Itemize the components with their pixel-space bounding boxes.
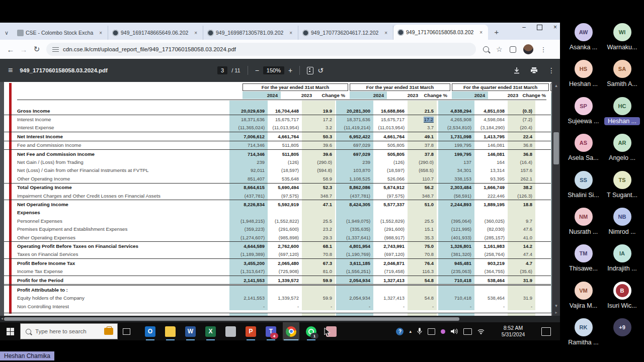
table-cell: (719,458) — [373, 267, 408, 275]
browser-menu-icon[interactable]: ⋮ — [540, 46, 547, 53]
tab-close-icon[interactable]: × — [193, 30, 199, 36]
teams-taskbar-button[interactable]: T4 — [263, 322, 279, 340]
participant-tile[interactable]: HCHeshan ... — [603, 97, 641, 134]
file-explorer-taskbar-button[interactable] — [162, 322, 179, 340]
new-tab-button[interactable]: + — [490, 25, 503, 38]
participant-tile[interactable]: SASamith A... — [603, 60, 641, 97]
scroll-corner: ▸ — [552, 309, 560, 316]
help-tray-icon[interactable]: ? — [396, 328, 404, 335]
browser-tab[interactable]: CSE - Colombo Stock Excha× — [13, 26, 108, 40]
tray-expand-icon[interactable]: ▴ — [409, 329, 412, 334]
participant-tile[interactable]: BIsuri Wic... — [603, 282, 641, 318]
tab-search-icon[interactable]: ∨ — [0, 26, 13, 40]
pdf-menu-icon[interactable]: ≡ — [8, 66, 13, 75]
participant-tile[interactable]: HSHeshan ... — [564, 60, 603, 97]
page-number-input[interactable]: 3 — [217, 66, 227, 74]
table-cell — [373, 286, 408, 294]
row-label: Equity holders of the Company — [4, 295, 229, 301]
participant-tile[interactable]: RKRamitha ... — [564, 318, 603, 355]
participant-tile[interactable]: ASAsela Sa... — [564, 134, 603, 170]
battery-icon[interactable] — [463, 328, 472, 335]
print-icon[interactable] — [530, 67, 538, 74]
tab-close-icon[interactable]: × — [478, 29, 484, 36]
table-row: Personnel Expenses(1,948,215)(1,552,822)… — [4, 217, 551, 225]
pdf-more-icon[interactable]: ⋮ — [548, 66, 555, 74]
powerpoint-taskbar-button[interactable]: P — [243, 322, 259, 340]
rotate-button[interactable]: ↺ — [317, 66, 324, 74]
participant-tile[interactable]: NMNusrath ... — [564, 208, 603, 244]
table-cell: (11,013,954) — [373, 124, 408, 132]
table-cell: 8,226,834 — [229, 200, 268, 208]
vertical-scroll-thumb[interactable] — [553, 132, 559, 164]
participant-tile[interactable]: +9 — [603, 318, 641, 355]
whatsapp-taskbar-button[interactable]: 1 — [303, 322, 319, 340]
table-cell: 4.7 — [508, 259, 535, 267]
participant-tile[interactable]: VMVajira M... — [564, 282, 603, 318]
participant-avatar: VM — [575, 282, 593, 300]
profile-avatar[interactable] — [523, 44, 533, 54]
tab-close-icon[interactable]: × — [98, 30, 104, 36]
app-grey-taskbar-button[interactable] — [222, 322, 239, 340]
participant-tile[interactable]: TMThisawe... — [564, 244, 603, 281]
browser-tab[interactable]: 949_1699871305781.09.202× — [203, 26, 298, 40]
outlook-taskbar-button[interactable]: O — [142, 322, 158, 340]
horizontal-scrollbar[interactable]: ◂ — [0, 316, 560, 322]
participant-tile[interactable]: TST Sugant... — [603, 171, 641, 208]
table-cell — [302, 286, 335, 294]
start-button[interactable] — [0, 322, 20, 340]
display-tray-icon[interactable] — [428, 328, 435, 335]
participant-tile[interactable]: NBNimrod ... — [603, 208, 641, 244]
site-info-icon[interactable] — [52, 47, 59, 52]
word-taskbar-button[interactable]: W — [182, 322, 199, 340]
browser-tab[interactable]: 949_1717060158058.03.202× — [393, 25, 488, 40]
table-cell — [438, 286, 474, 294]
col-header: 2024 — [452, 92, 488, 99]
volume-icon[interactable] — [451, 328, 458, 334]
browser-tab[interactable]: 949_1691748665649.06.202× — [108, 26, 203, 40]
participant-avatar: SA — [613, 60, 631, 78]
participant-tile[interactable]: SSShalini Si... — [564, 171, 603, 208]
app-tray-icon[interactable] — [441, 329, 445, 334]
forward-button[interactable]: → — [17, 45, 30, 54]
extensions-icon[interactable] — [510, 46, 516, 53]
close-window-button[interactable]: × — [553, 24, 557, 31]
download-icon[interactable] — [513, 67, 520, 74]
microphone-icon[interactable] — [417, 328, 422, 335]
task-view-button[interactable] — [118, 322, 135, 340]
reload-button[interactable]: ↻ — [30, 45, 43, 54]
tab-title: 949_1691748665649.06.202 — [121, 30, 190, 36]
participant-tile[interactable]: IAIndrajith ... — [603, 244, 641, 281]
participant-tile[interactable]: SPSujeewa ... — [564, 97, 603, 134]
tab-close-icon[interactable]: × — [383, 30, 389, 36]
chrome-taskbar-button[interactable] — [283, 322, 299, 340]
action-center-icon[interactable] — [541, 327, 551, 336]
row-label: Other Operating Income — [4, 176, 229, 182]
taskbar-search-input[interactable]: Type here to search — [20, 323, 118, 339]
minimize-button[interactable]: – — [522, 24, 526, 31]
table-cell: 2,303,484 — [438, 184, 474, 192]
participant-tile[interactable]: ARAngelo ... — [603, 134, 641, 170]
table-cell: (1,274,607) — [229, 233, 268, 241]
tab-close-icon[interactable]: × — [288, 30, 294, 36]
zoom-out-button[interactable]: − — [255, 66, 259, 74]
taskbar-clock[interactable]: 8:52 AM 5/31/2024 — [496, 325, 531, 338]
bookmark-star-icon[interactable]: ☆ — [496, 45, 503, 53]
back-button[interactable]: ← — [4, 45, 17, 54]
participant-tile[interactable]: WIWarnaku... — [603, 23, 641, 60]
teams-screen-share: ∨ CSE - Colombo Stock Excha×949_16917486… — [0, 0, 644, 362]
zoom-level[interactable]: 150% — [263, 66, 284, 74]
table-cell: 9.7 — [508, 217, 535, 225]
zoom-in-button[interactable]: + — [288, 66, 292, 74]
participant-tile[interactable]: AWAsanka ... — [564, 23, 603, 60]
browser-tab[interactable]: 949_1707736204617.12.202× — [298, 26, 393, 40]
excel-taskbar-button[interactable]: X — [202, 322, 219, 340]
horizontal-scroll-thumb[interactable] — [4, 317, 459, 321]
zoom-icon[interactable] — [483, 46, 489, 52]
vertical-scrollbar[interactable]: ▴ ▾ — [552, 82, 560, 309]
table-cell: 15,675,717 — [373, 115, 408, 123]
fit-page-button[interactable] — [307, 67, 313, 74]
maximize-button[interactable] — [537, 25, 542, 30]
window-controls: – × — [522, 24, 557, 31]
wifi-icon[interactable] — [477, 329, 485, 334]
address-bar[interactable]: cdn.cse.lk/cmt/upload_report_file/949_17… — [46, 43, 476, 56]
